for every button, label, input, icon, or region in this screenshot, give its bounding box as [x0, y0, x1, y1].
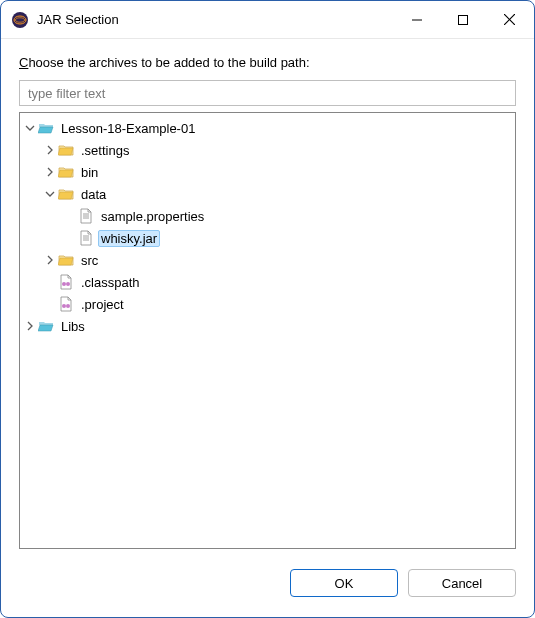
cancel-button[interactable]: Cancel	[408, 569, 516, 597]
tree-item-data[interactable]: data	[42, 183, 513, 205]
folder-icon	[58, 252, 74, 268]
eclipse-icon	[11, 11, 29, 29]
open-folder-cyan-icon	[38, 318, 54, 334]
chevron-right-icon[interactable]	[42, 142, 58, 158]
svg-point-13	[62, 282, 66, 286]
file-icon	[78, 230, 94, 246]
chevron-down-icon[interactable]	[42, 186, 58, 202]
tree-label: sample.properties	[98, 208, 207, 225]
title-bar: JAR Selection	[1, 1, 534, 39]
svg-point-16	[66, 304, 70, 308]
tree-label: .classpath	[78, 274, 143, 291]
maximize-button[interactable]	[440, 5, 486, 35]
tree-item-project[interactable]: .project	[42, 293, 513, 315]
chevron-down-icon[interactable]	[22, 120, 38, 136]
folder-open-icon	[58, 186, 74, 202]
close-button[interactable]	[486, 5, 532, 35]
tree-item-whisky-jar[interactable]: whisky.jar	[62, 227, 513, 249]
filter-input[interactable]	[19, 80, 516, 106]
minimize-button[interactable]	[394, 5, 440, 35]
folder-icon	[58, 142, 74, 158]
tree-label: data	[78, 186, 109, 203]
tree-label: Lesson-18-Example-01	[58, 120, 198, 137]
twisty-spacer	[42, 296, 58, 312]
twisty-spacer	[62, 208, 78, 224]
config-file-icon	[58, 296, 74, 312]
tree-item-classpath[interactable]: .classpath	[42, 271, 513, 293]
tree-label: .project	[78, 296, 127, 313]
tree-item-settings[interactable]: .settings	[42, 139, 513, 161]
tree-label: whisky.jar	[98, 230, 160, 247]
tree-item-bin[interactable]: bin	[42, 161, 513, 183]
window-title: JAR Selection	[37, 12, 119, 27]
folder-icon	[58, 164, 74, 180]
chevron-right-icon[interactable]	[22, 318, 38, 334]
tree-label: Libs	[58, 318, 88, 335]
tree-item-sample-properties[interactable]: sample.properties	[62, 205, 513, 227]
open-folder-cyan-icon	[38, 120, 54, 136]
svg-rect-4	[459, 15, 468, 24]
tree-item-lesson-18-example-01[interactable]: Lesson-18-Example-01	[22, 117, 513, 139]
chevron-right-icon[interactable]	[42, 164, 58, 180]
svg-point-14	[66, 282, 70, 286]
svg-point-15	[62, 304, 66, 308]
twisty-spacer	[62, 230, 78, 246]
twisty-spacer	[42, 274, 58, 290]
ok-button[interactable]: OK	[290, 569, 398, 597]
instruction-label: Choose the archives to be added to the b…	[19, 55, 516, 70]
tree-label: src	[78, 252, 101, 269]
tree-label: .settings	[78, 142, 132, 159]
tree-view[interactable]: Lesson-18-Example-01	[19, 112, 516, 549]
tree-item-libs[interactable]: Libs	[22, 315, 513, 337]
chevron-right-icon[interactable]	[42, 252, 58, 268]
tree-item-src[interactable]: src	[42, 249, 513, 271]
tree-label: bin	[78, 164, 101, 181]
config-file-icon	[58, 274, 74, 290]
file-icon	[78, 208, 94, 224]
button-bar: OK Cancel	[1, 549, 534, 617]
